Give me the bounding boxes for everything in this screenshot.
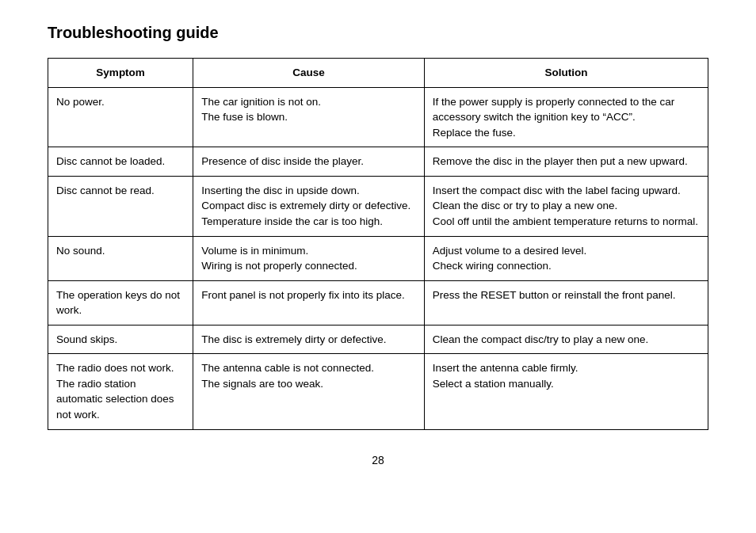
table-row: No power.The car ignition is not on.The …: [48, 87, 708, 147]
cell-solution-0: If the power supply is properly connecte…: [424, 87, 708, 147]
header-solution: Solution: [424, 59, 708, 88]
table-row: Disc cannot be read.Inserting the disc i…: [48, 176, 708, 236]
cell-symptom-4: The operation keys do not work.: [48, 280, 193, 325]
cell-symptom-3: No sound.: [48, 236, 193, 280]
page-number: 28: [48, 454, 708, 466]
table-row: Disc cannot be loaded.Presence of disc i…: [48, 147, 708, 177]
table-row: The radio does not work.The radio statio…: [48, 354, 708, 429]
cell-cause-5: The disc is extremely dirty or defective…: [193, 325, 425, 354]
table-row: No sound.Volume is in minimum.Wiring is …: [48, 236, 708, 280]
cell-solution-1: Remove the disc in the player then put a…: [424, 147, 708, 177]
cell-cause-6: The antenna cable is not connected.The s…: [193, 354, 425, 429]
cell-symptom-1: Disc cannot be loaded.: [48, 147, 193, 177]
table-header-row: Symptom Cause Solution: [48, 59, 708, 88]
cell-cause-4: Front panel is not properly fix into its…: [193, 280, 425, 325]
page-title: Troubleshooting guide: [48, 24, 708, 42]
cell-symptom-0: No power.: [48, 87, 193, 147]
cell-solution-6: Insert the antenna cable firmly.Select a…: [424, 354, 708, 429]
table-row: The operation keys do not work.Front pan…: [48, 280, 708, 325]
cell-cause-2: Inserting the disc in upside down.Compac…: [193, 176, 425, 236]
cell-solution-4: Press the RESET button or reinstall the …: [424, 280, 708, 325]
header-cause: Cause: [193, 59, 425, 88]
cell-solution-2: Insert the compact disc with the label f…: [424, 176, 708, 236]
troubleshooting-table: Symptom Cause Solution No power.The car …: [48, 58, 708, 430]
cell-solution-5: Clean the compact disc/try to play a new…: [424, 325, 708, 354]
cell-symptom-2: Disc cannot be read.: [48, 176, 193, 236]
cell-cause-3: Volume is in minimum.Wiring is not prope…: [193, 236, 425, 280]
cell-solution-3: Adjust volume to a desired level.Check w…: [424, 236, 708, 280]
cell-cause-0: The car ignition is not on.The fuse is b…: [193, 87, 425, 147]
cell-symptom-6: The radio does not work.The radio statio…: [48, 354, 193, 429]
cell-symptom-5: Sound skips.: [48, 325, 193, 354]
table-row: Sound skips.The disc is extremely dirty …: [48, 325, 708, 354]
header-symptom: Symptom: [48, 59, 193, 88]
cell-cause-1: Presence of disc inside the player.: [193, 147, 425, 177]
